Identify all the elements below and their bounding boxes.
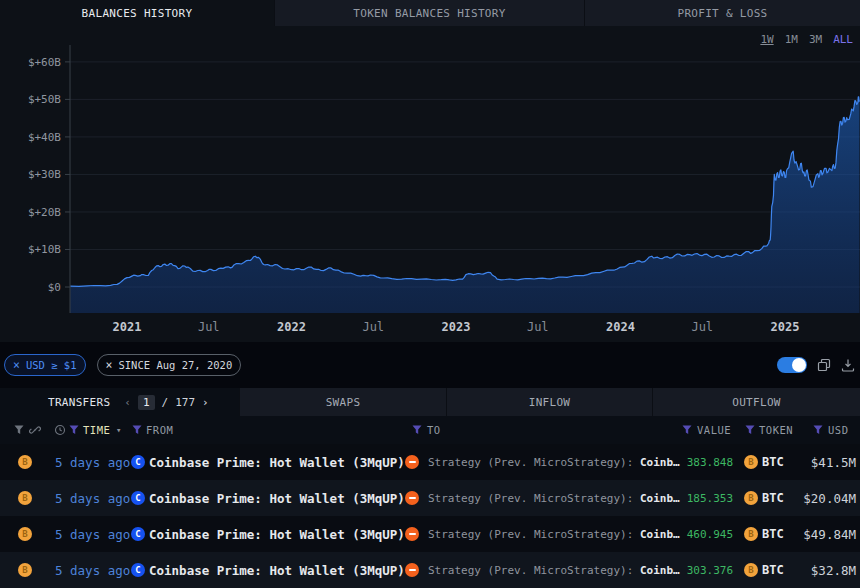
filter-chip-label: USD ≥ $1 <box>26 359 77 371</box>
svg-text:$+50B: $+50B <box>28 93 61 106</box>
btc-token-icon: B <box>18 444 32 480</box>
tab-transfers[interactable]: TRANSFERS ‹ 1 / 177 › <box>0 388 240 416</box>
time-sort-caret-icon[interactable]: ▾ <box>116 416 122 444</box>
filter-chip-usd-min[interactable]: × USD ≥ $1 <box>4 354 86 376</box>
svg-text:Jul: Jul <box>691 320 713 334</box>
filter-chip-label: SINCE Aug 27, 2020 <box>118 359 232 371</box>
prev-page-icon[interactable]: ‹ <box>124 396 131 409</box>
transfer-time-link[interactable]: 5 days ago <box>55 552 130 588</box>
range-1w-button[interactable]: 1W <box>760 33 773 46</box>
svg-text:$+10B: $+10B <box>28 243 61 256</box>
page-separator: / <box>162 396 169 409</box>
table-tab-bar: TRANSFERS ‹ 1 / 177 › SWAPS INFLOW OUTFL… <box>0 388 860 416</box>
range-3m-button[interactable]: 3M <box>809 33 822 46</box>
total-pages: 177 <box>175 396 195 409</box>
column-header-value[interactable]: VALUE <box>697 416 731 444</box>
coinbase-entity-icon: C <box>131 444 145 480</box>
copy-icon[interactable] <box>817 358 831 372</box>
from-filter-funnel-icon[interactable] <box>132 416 142 444</box>
value-filter-funnel-icon[interactable] <box>682 416 692 444</box>
coinbase-entity-icon: C <box>131 552 145 588</box>
time-filter-funnel-icon[interactable] <box>69 416 79 444</box>
svg-text:$+30B: $+30B <box>28 168 61 181</box>
transfer-usd: $20.04M <box>774 480 856 516</box>
clock-icon[interactable] <box>54 416 66 444</box>
usd-toggle[interactable] <box>777 357 807 373</box>
column-header-usd[interactable]: USD <box>828 416 848 444</box>
strategy-entity-icon <box>405 444 419 480</box>
tab-transfers-label: TRANSFERS <box>48 396 110 409</box>
column-header-token[interactable]: TOKEN <box>759 416 793 444</box>
coinbase-entity-icon: C <box>131 516 145 552</box>
transfers-table: TIME ▾ FROM TO VALUE TOKEN USD B 5 days … <box>0 416 860 588</box>
svg-text:$+40B: $+40B <box>28 131 61 144</box>
transfer-usd: $49.84M <box>774 516 856 552</box>
range-all-button[interactable]: ALL <box>833 33 853 46</box>
transfer-usd: $32.8M <box>774 552 856 588</box>
filter-chip-since-date[interactable]: × SINCE Aug 27, 2020 <box>97 354 242 376</box>
transfer-value: 383.848 <box>645 444 733 480</box>
balances-history-chart-panel: 1W 1M 3M ALL $0$+10B$+20B$+30B$+40B$+50B… <box>0 26 860 342</box>
svg-text:Jul: Jul <box>527 320 549 334</box>
table-header: TIME ▾ FROM TO VALUE TOKEN USD <box>0 416 860 444</box>
transfer-value: 303.376 <box>645 552 733 588</box>
next-page-icon[interactable]: › <box>202 396 209 409</box>
range-1m-button[interactable]: 1M <box>785 33 798 46</box>
transfer-row[interactable]: B 5 days ago C Coinbase Prime: Hot Walle… <box>0 552 860 588</box>
table-body: B 5 days ago C Coinbase Prime: Hot Walle… <box>0 444 860 588</box>
transfer-from-link[interactable]: Coinbase Prime: Hot Wallet (3MqUP) <box>149 444 405 480</box>
transfer-row[interactable]: B 5 days ago C Coinbase Prime: Hot Walle… <box>0 516 860 552</box>
link-columns-icon[interactable] <box>29 416 41 444</box>
download-icon[interactable] <box>841 358 855 372</box>
token-filter-funnel-icon[interactable] <box>745 416 755 444</box>
btc-token-icon: B <box>744 480 758 516</box>
svg-text:$0: $0 <box>48 281 61 294</box>
transfer-time-link[interactable]: 5 days ago <box>55 516 130 552</box>
tab-profit-and-loss[interactable]: PROFIT & LOSS <box>585 0 860 26</box>
strategy-entity-icon <box>405 516 419 552</box>
column-header-to[interactable]: TO <box>427 416 441 444</box>
remove-filter-icon[interactable]: × <box>106 358 113 372</box>
transfer-row[interactable]: B 5 days ago C Coinbase Prime: Hot Walle… <box>0 444 860 480</box>
btc-token-icon: B <box>744 552 758 588</box>
strategy-entity-icon <box>405 552 419 588</box>
transfer-from-link[interactable]: Coinbase Prime: Hot Wallet (3MqUP) <box>149 516 405 552</box>
svg-text:Jul: Jul <box>362 320 384 334</box>
tab-swaps[interactable]: SWAPS <box>240 388 447 416</box>
tab-inflow[interactable]: INFLOW <box>447 388 653 416</box>
btc-token-icon: B <box>744 516 758 552</box>
to-filter-funnel-icon[interactable] <box>412 416 422 444</box>
column-header-time[interactable]: TIME <box>83 416 110 444</box>
svg-text:$+60B: $+60B <box>28 56 61 69</box>
svg-text:2024: 2024 <box>606 320 635 334</box>
tab-outflow[interactable]: OUTFLOW <box>653 388 860 416</box>
transfer-time-link[interactable]: 5 days ago <box>55 480 130 516</box>
tab-balances-history[interactable]: BALANCES HISTORY <box>0 0 275 26</box>
transfer-from-link[interactable]: Coinbase Prime: Hot Wallet (3MqUP) <box>149 480 405 516</box>
transfer-from-link[interactable]: Coinbase Prime: Hot Wallet (3MqUP) <box>149 552 405 588</box>
pagination: ‹ 1 / 177 › <box>124 395 208 410</box>
transfer-time-link[interactable]: 5 days ago <box>55 444 130 480</box>
btc-token-icon: B <box>744 444 758 480</box>
svg-text:Jul: Jul <box>198 320 220 334</box>
strategy-entity-icon <box>405 480 419 516</box>
svg-text:2025: 2025 <box>771 320 800 334</box>
top-tab-bar: BALANCES HISTORY TOKEN BALANCES HISTORY … <box>0 0 860 26</box>
svg-text:2021: 2021 <box>113 320 142 334</box>
coinbase-entity-icon: C <box>131 480 145 516</box>
tab-token-balances-history[interactable]: TOKEN BALANCES HISTORY <box>275 0 585 26</box>
svg-text:2022: 2022 <box>277 320 306 334</box>
usd-filter-funnel-icon[interactable] <box>813 416 823 444</box>
filter-bar: × USD ≥ $1 × SINCE Aug 27, 2020 <box>0 342 860 388</box>
filter-icon[interactable] <box>14 416 24 444</box>
column-header-from[interactable]: FROM <box>146 416 173 444</box>
balance-history-area-chart: $0$+10B$+20B$+30B$+40B$+50B$+60B2021Jul2… <box>0 26 860 342</box>
btc-token-icon: B <box>18 480 32 516</box>
transfer-usd: $41.5M <box>774 444 856 480</box>
remove-filter-icon[interactable]: × <box>13 358 20 372</box>
time-range-selector: 1W 1M 3M ALL <box>760 33 853 46</box>
current-page[interactable]: 1 <box>138 395 155 410</box>
chart-controls <box>777 357 855 373</box>
transfer-row[interactable]: B 5 days ago C Coinbase Prime: Hot Walle… <box>0 480 860 516</box>
toggle-knob <box>792 358 806 372</box>
